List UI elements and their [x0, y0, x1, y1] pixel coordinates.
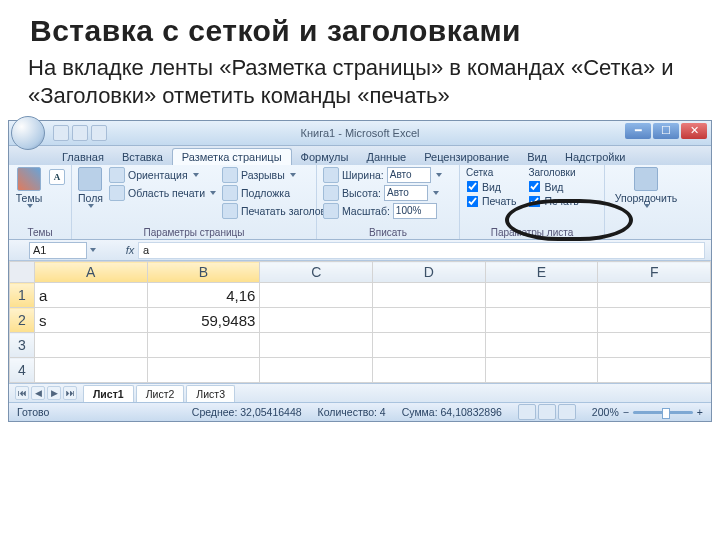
- margins-label: Поля: [78, 192, 103, 204]
- sheet-tab[interactable]: Лист2: [136, 385, 185, 402]
- column-header[interactable]: C: [260, 262, 373, 283]
- print-area-icon: [109, 185, 125, 201]
- group-label-themes: Темы: [15, 227, 65, 239]
- ribbon-tab[interactable]: Надстройки: [556, 149, 634, 165]
- cell[interactable]: [373, 358, 486, 383]
- row-header[interactable]: 2: [10, 308, 35, 333]
- cell[interactable]: [373, 333, 486, 358]
- name-box[interactable]: A1: [29, 242, 87, 259]
- gridlines-print-checkbox[interactable]: Печать: [466, 195, 516, 208]
- cell[interactable]: [147, 358, 260, 383]
- fx-icon[interactable]: fx: [122, 244, 138, 256]
- fonts-icon[interactable]: A: [49, 169, 65, 185]
- group-label-sheet-options: Параметры листа: [466, 227, 598, 239]
- qat-undo-icon[interactable]: [72, 125, 88, 141]
- orientation-button[interactable]: Ориентация: [109, 167, 216, 183]
- cell[interactable]: [34, 358, 147, 383]
- office-button[interactable]: [11, 116, 45, 150]
- ribbon-tab-strip: ГлавнаяВставкаРазметка страницыФормулыДа…: [9, 146, 711, 165]
- scale-icon: [323, 203, 339, 219]
- quick-access-toolbar: [53, 125, 107, 141]
- cell[interactable]: [598, 358, 711, 383]
- print-titles-icon: [222, 203, 238, 219]
- ribbon-tab[interactable]: Данные: [357, 149, 415, 165]
- cell[interactable]: [485, 283, 598, 308]
- row-header[interactable]: 1: [10, 283, 35, 308]
- worksheet-grid[interactable]: ABCDEF1a4,162s59,948334: [9, 261, 711, 383]
- height-icon: [323, 185, 339, 201]
- cell[interactable]: [598, 308, 711, 333]
- scale-field[interactable]: Масштаб:100%: [323, 203, 442, 219]
- formula-input[interactable]: a: [138, 242, 705, 259]
- width-field[interactable]: Ширина:Авто: [323, 167, 442, 183]
- margins-icon: [78, 167, 102, 191]
- print-area-button[interactable]: Область печати: [109, 185, 216, 201]
- cell[interactable]: [260, 308, 373, 333]
- ribbon-tab[interactable]: Вид: [518, 149, 556, 165]
- slide-paragraph: На вкладке ленты «Разметка страницы» в к…: [28, 54, 704, 110]
- background-icon: [222, 185, 238, 201]
- cell[interactable]: [260, 358, 373, 383]
- ribbon-tab[interactable]: Рецензирование: [415, 149, 518, 165]
- status-count: Количество: 4: [318, 406, 386, 418]
- cell[interactable]: s: [34, 308, 147, 333]
- group-label-scale: Вписать: [323, 227, 453, 239]
- cell[interactable]: 59,9483: [147, 308, 260, 333]
- column-header[interactable]: E: [485, 262, 598, 283]
- row-header[interactable]: 3: [10, 333, 35, 358]
- select-all-corner[interactable]: [10, 262, 35, 283]
- margins-button[interactable]: Поля: [78, 167, 103, 208]
- window-title: Книга1 - Microsoft Excel: [301, 127, 420, 139]
- maximize-button[interactable]: ☐: [653, 123, 679, 139]
- formula-bar: A1 fx a: [9, 240, 711, 261]
- column-header[interactable]: B: [147, 262, 260, 283]
- close-button[interactable]: ✕: [681, 123, 707, 139]
- cell[interactable]: [598, 333, 711, 358]
- ribbon-tab[interactable]: Вставка: [113, 149, 172, 165]
- arrange-button[interactable]: Упорядочить: [611, 167, 681, 208]
- cell[interactable]: [485, 358, 598, 383]
- cell[interactable]: [373, 308, 486, 333]
- cell[interactable]: [147, 333, 260, 358]
- minimize-button[interactable]: ━: [625, 123, 651, 139]
- slide-heading: Вставка с сеткой и заголовками: [30, 14, 700, 48]
- cell[interactable]: [260, 333, 373, 358]
- sheet-tab[interactable]: Лист1: [83, 385, 134, 402]
- cell[interactable]: [373, 283, 486, 308]
- themes-label: Темы: [16, 192, 42, 204]
- status-average: Среднее: 32,05416448: [192, 406, 302, 418]
- themes-button[interactable]: Темы: [15, 167, 43, 208]
- sheet-nav[interactable]: ⏮◀▶⏭: [15, 386, 77, 400]
- cell[interactable]: [485, 333, 598, 358]
- cell[interactable]: [260, 283, 373, 308]
- column-header[interactable]: F: [598, 262, 711, 283]
- gridlines-view-checkbox[interactable]: Вид: [466, 180, 516, 193]
- qat-save-icon[interactable]: [53, 125, 69, 141]
- headings-print-checkbox[interactable]: Печать: [528, 195, 578, 208]
- column-header[interactable]: A: [34, 262, 147, 283]
- orientation-icon: [109, 167, 125, 183]
- cell[interactable]: 4,16: [147, 283, 260, 308]
- height-field[interactable]: Высота:Авто: [323, 185, 442, 201]
- zoom-slider[interactable]: 200% −+: [592, 406, 703, 418]
- row-header[interactable]: 4: [10, 358, 35, 383]
- ribbon-tab[interactable]: Главная: [53, 149, 113, 165]
- view-buttons[interactable]: [518, 404, 576, 420]
- column-header[interactable]: D: [373, 262, 486, 283]
- headings-view-checkbox[interactable]: Вид: [528, 180, 578, 193]
- qat-redo-icon[interactable]: [91, 125, 107, 141]
- arrange-icon: [634, 167, 658, 191]
- sheet-tab-bar: ⏮◀▶⏭ Лист1Лист2Лист3: [9, 383, 711, 402]
- cell[interactable]: [34, 333, 147, 358]
- ribbon-tab[interactable]: Формулы: [292, 149, 358, 165]
- zoom-value: 200%: [592, 406, 619, 418]
- cell[interactable]: a: [34, 283, 147, 308]
- headings-header: Заголовки: [528, 167, 578, 178]
- cell[interactable]: [485, 308, 598, 333]
- gridlines-header: Сетка: [466, 167, 516, 178]
- group-label-page-setup: Параметры страницы: [78, 227, 310, 239]
- ribbon-tab[interactable]: Разметка страницы: [172, 148, 292, 165]
- sheet-tab[interactable]: Лист3: [186, 385, 235, 402]
- cell[interactable]: [598, 283, 711, 308]
- themes-icon: [17, 167, 41, 191]
